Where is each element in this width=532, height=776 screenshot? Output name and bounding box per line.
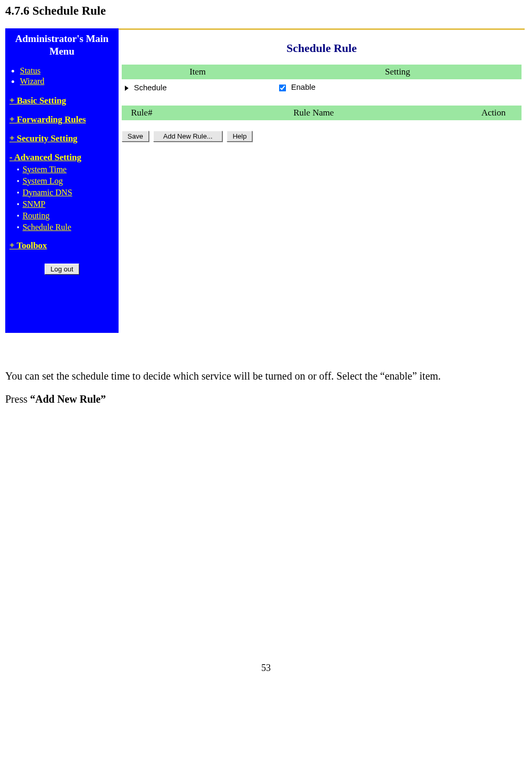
sidebar-item-routing[interactable]: Routing [23,211,50,220]
sidebar-section-toolbox[interactable]: + Toolbox [9,240,114,251]
sidebar-section-advanced-setting[interactable]: - Advanced Setting [9,152,114,163]
sidebar-item-system-log[interactable]: System Log [23,176,63,185]
enable-checkbox-label: Enable [291,82,316,91]
sidebar-top-list: Status Wizard [9,66,114,86]
help-button[interactable]: Help [227,131,252,142]
add-new-rule-button[interactable]: Add New Rule... [153,131,222,142]
page-title: Schedule Rule [122,41,522,55]
col-header-setting: Setting [274,65,522,79]
row-label-schedule: Schedule [134,83,167,92]
sidebar-item-status[interactable]: Status [20,66,40,75]
sidebar-item-snmp[interactable]: SNMP [23,200,46,208]
doc-paragraph-1: You can set the schedule time to decide … [5,364,509,387]
sidebar: Administrator's Main Menu Status Wizard … [5,28,119,333]
table-row: Schedule Enable [122,79,522,96]
rules-table: Rule# Rule Name Action [122,106,522,120]
doc-body-text: You can set the schedule time to decide … [5,364,509,411]
sidebar-item-system-time[interactable]: System Time [23,165,67,174]
col-header-item: Item [122,65,274,79]
sidebar-item-wizard[interactable]: Wizard [20,77,44,86]
sidebar-section-basic-setting[interactable]: + Basic Setting [9,96,114,106]
router-admin-screenshot: Administrator's Main Menu Status Wizard … [5,28,525,333]
sidebar-title: Administrator's Main Menu [9,33,114,58]
col-header-action: Action [465,106,522,120]
col-header-rule-name: Rule Name [162,106,465,120]
logout-button[interactable]: Log out [45,264,79,275]
page-number: 53 [5,663,527,684]
sidebar-item-dynamic-dns[interactable]: Dynamic DNS [23,188,72,197]
triangle-bullet-icon [125,86,129,91]
content-pane: Schedule Rule Item Setting Schedule [119,28,525,333]
sidebar-section-forwarding-rules[interactable]: + Forwarding Rules [9,114,114,125]
schedule-settings-table: Item Setting Schedule Enable [122,65,522,96]
doc-paragraph-2: Press “Add New Rule” [5,387,509,411]
sidebar-section-security-setting[interactable]: + Security Setting [9,133,114,144]
doc-section-heading: 4.7.6 Schedule Rule [5,4,527,18]
sidebar-advanced-sublist: System Time System Log Dynamic DNS SNMP … [17,165,114,232]
col-header-rule-number: Rule# [122,106,162,120]
save-button[interactable]: Save [122,131,149,142]
enable-checkbox[interactable] [279,84,286,91]
button-row: Save Add New Rule... Help [122,131,522,142]
sidebar-item-schedule-rule[interactable]: Schedule Rule [23,223,71,232]
